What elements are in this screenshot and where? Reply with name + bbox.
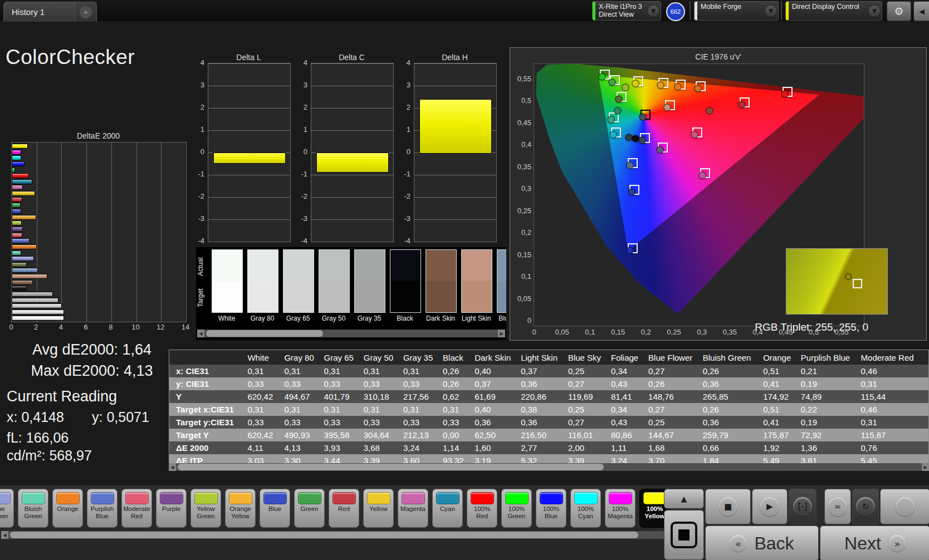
table-cell: 0,31 <box>281 403 320 416</box>
patch-button-yellow-green[interactable]: Yellow Green <box>190 489 221 528</box>
workflow-dropdown[interactable]: Direct Display Control ▼ <box>785 1 882 21</box>
cie-zoom-inset <box>786 248 888 315</box>
gridline <box>414 219 496 220</box>
y-tick-label: 0,35 <box>511 163 531 171</box>
patch-button-blue[interactable]: Blue <box>260 489 290 528</box>
refresh-icon: ↻ <box>856 497 875 516</box>
meter-count-badge[interactable]: 662 <box>666 2 685 21</box>
patch-button-cyan[interactable]: Cyan <box>432 489 463 528</box>
refresh-button[interactable]: ↻ <box>852 489 879 524</box>
scroll-left-icon[interactable]: ◀ <box>197 330 204 337</box>
settings-button[interactable]: ⚙ <box>887 1 911 21</box>
swatch-target <box>355 281 385 312</box>
table-cell: 1,14 <box>439 441 471 454</box>
collapse-panel-button[interactable]: ◀ <box>913 1 929 21</box>
add-tab-button[interactable]: + <box>75 2 97 22</box>
gridline <box>414 242 496 242</box>
cie-measured-yellow <box>632 80 639 87</box>
swatch-label: Gray 80 <box>247 315 277 322</box>
scroll-left-icon[interactable]: ◀ <box>169 463 176 471</box>
patch-page-up-button[interactable]: ▲ <box>664 489 704 509</box>
patch-button-bluish-green[interactable]: Bluish Green <box>18 489 48 528</box>
patch-window-button[interactable] <box>664 510 704 560</box>
swatch-scrollbar[interactable]: ◀▶ <box>197 330 505 337</box>
patch-button-100-cyan[interactable]: 100% Cyan <box>570 489 601 528</box>
next-button[interactable]: Next » <box>820 525 929 560</box>
y-tick-label: 0,05 <box>511 294 531 303</box>
table-cell: 0,33 <box>400 416 439 429</box>
scroll-right-icon[interactable]: ▶ <box>498 330 505 337</box>
x-tick-label: 12 <box>157 323 164 331</box>
arrow-up-icon: ▲ <box>681 494 687 503</box>
patch-color-chip <box>333 492 356 504</box>
range-button[interactable]: [-] <box>789 489 816 524</box>
patch-button-yellow[interactable]: Yellow <box>363 489 394 528</box>
current-y: y: 0,5071 <box>92 409 149 425</box>
chevron-down-icon[interactable]: ▼ <box>764 2 778 20</box>
y-tick-label: 4 <box>396 58 410 67</box>
patch-button-orange-yellow[interactable]: Orange Yellow <box>225 489 256 528</box>
table-cell: 61,69 <box>471 390 517 403</box>
patch-label: Yellow Green <box>191 505 221 519</box>
gridline <box>414 197 496 198</box>
history-tab[interactable]: History 1 <box>3 2 84 22</box>
patch-label: Bluish Green <box>18 505 48 519</box>
deltae-bar-blue-flower <box>12 256 34 261</box>
patch-scrollbar[interactable]: ◀ ▶ <box>1 531 702 539</box>
chevron-down-icon[interactable]: ▼ <box>646 2 661 20</box>
cie-measured-orange-2 <box>695 85 702 92</box>
patch-label: Cyan <box>440 505 455 513</box>
row-label: y: CIE31 <box>169 377 245 390</box>
back-button[interactable]: « Back <box>705 525 819 560</box>
scrollbar-thumb[interactable] <box>206 330 323 337</box>
chevron-down-icon[interactable]: ▼ <box>867 2 882 20</box>
table-cell: 620,42 <box>244 390 281 403</box>
delta-chart-title: Delta L <box>208 53 290 62</box>
patch-button-purplish-blue[interactable]: Purplish Blue <box>87 489 118 528</box>
patch-button-blue-flower[interactable]: Blue Flower <box>0 489 14 528</box>
patch-button-100-green[interactable]: 100% Green <box>501 489 532 528</box>
scroll-right-icon[interactable]: ▶ <box>922 463 929 471</box>
y-tick-label: 0 <box>396 148 410 156</box>
patch-button-green[interactable]: Green <box>294 489 325 528</box>
table-cell: 0,34 <box>608 403 645 416</box>
record-button[interactable] <box>880 489 929 524</box>
swatch-gray-50 <box>319 249 350 313</box>
x-tick-label: 0,2 <box>641 328 651 336</box>
table-cell: 0,33 <box>360 377 400 390</box>
patch-label: Red <box>338 505 350 513</box>
patch-button-100-blue[interactable]: 100% Blue <box>536 489 566 528</box>
patch-window-icon <box>671 522 697 548</box>
swatch-light-skin <box>461 249 492 313</box>
patch-button-red[interactable]: Red <box>329 489 359 528</box>
loop-button[interactable]: ∞ <box>824 489 851 524</box>
y-tick-label: -1 <box>293 170 307 178</box>
meter-dropdown[interactable]: X-Rite i1Pro 3 Direct View ▼ <box>592 1 661 21</box>
scroll-left-icon[interactable]: ◀ <box>1 531 8 539</box>
play-button[interactable]: ▶ <box>752 489 788 524</box>
table-cell: 0,27 <box>645 365 700 377</box>
stop-button[interactable]: ■ <box>705 489 751 524</box>
table-cell: 401,79 <box>321 390 360 403</box>
patch-button-moderate-red[interactable]: Moderate Red <box>121 489 152 528</box>
scrollbar-thumb[interactable] <box>178 464 604 470</box>
cie-measured-100-cyan <box>609 131 617 139</box>
measurement-table-header: WhiteGray 80Gray 65Gray 50Gray 35BlackDa… <box>169 350 929 365</box>
cie-measured-light-skin <box>663 104 671 111</box>
source-dropdown[interactable]: Mobile Forge ▼ <box>694 1 779 21</box>
swatch-target <box>497 281 506 312</box>
y-tick-label: -2 <box>293 192 307 200</box>
patch-button-orange[interactable]: Orange <box>52 489 83 528</box>
patch-button-100-magenta[interactable]: 100% Magenta <box>605 489 635 528</box>
table-cell: 62,50 <box>471 429 517 441</box>
table-cell: 2,00 <box>565 441 608 454</box>
table-row: y: CIE310,330,330,330,330,330,260,370,36… <box>169 377 929 390</box>
scrollbar-thumb[interactable] <box>10 532 638 538</box>
table-cell: 494,67 <box>281 390 320 403</box>
patch-button-100-red[interactable]: 100% Red <box>467 489 497 528</box>
table-scrollbar[interactable]: ◀ ▶ <box>169 463 929 471</box>
patch-button-purple[interactable]: Purple <box>156 489 187 528</box>
table-cell: 0,31 <box>400 365 439 377</box>
row-label: ΔE 2000 <box>169 441 245 454</box>
patch-button-magenta[interactable]: Magenta <box>398 489 428 528</box>
